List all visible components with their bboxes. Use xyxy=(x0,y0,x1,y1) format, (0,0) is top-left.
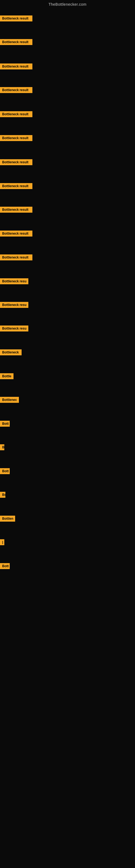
bottleneck-badge: Bottleneck result xyxy=(0,111,32,117)
site-title: TheBottlenecker.com xyxy=(0,0,135,8)
bottleneck-result-item[interactable]: | xyxy=(0,539,4,546)
bottleneck-result-item[interactable]: Bottleneck result xyxy=(0,16,32,23)
bottleneck-result-item[interactable]: Bo xyxy=(0,492,5,499)
bottleneck-badge: Bottleneck result xyxy=(0,87,32,93)
bottleneck-badge: Bottleneck resu xyxy=(0,326,28,332)
bottleneck-badge: Bottleneck result xyxy=(0,16,32,22)
bottleneck-badge: Bottle xyxy=(0,373,13,379)
bottleneck-badge: Bottleneck result xyxy=(0,135,32,141)
bottleneck-badge: Bottleneck result xyxy=(0,254,32,260)
bottleneck-result-item[interactable]: Bottleneck result xyxy=(0,63,32,70)
bottleneck-result-item[interactable]: Bottleneck result xyxy=(0,254,32,261)
bottleneck-result-item[interactable]: Bottleneck result xyxy=(0,183,32,190)
bottleneck-badge: Bott xyxy=(0,468,10,474)
bottleneck-result-item[interactable]: Bottleneck result xyxy=(0,87,32,94)
bottleneck-result-item[interactable]: B xyxy=(0,444,4,452)
bottleneck-badge: Bottlenec xyxy=(0,397,19,403)
bottleneck-result-item[interactable]: Bottleneck result xyxy=(0,159,32,166)
bottleneck-result-item[interactable]: Bottleneck resu xyxy=(0,278,28,285)
bottleneck-badge: Bottleneck result xyxy=(0,183,32,189)
bottleneck-result-item[interactable]: Bott xyxy=(0,468,10,475)
bottleneck-badge: Bott xyxy=(0,563,10,569)
bottleneck-badge: Bottleneck result xyxy=(0,207,32,213)
bottleneck-badge: Bottleneck result xyxy=(0,159,32,165)
bottleneck-result-item[interactable]: Bottlen xyxy=(0,516,15,523)
bottleneck-result-item[interactable]: Bottleneck xyxy=(0,349,21,356)
bottleneck-result-item[interactable]: Bottleneck result xyxy=(0,230,32,238)
bottleneck-badge: Bottleneck resu xyxy=(0,302,28,308)
bottleneck-result-item[interactable]: Bottle xyxy=(0,373,13,380)
bottleneck-badge: Bottleneck result xyxy=(0,230,32,237)
bottleneck-badge: Bottlen xyxy=(0,516,15,522)
bottleneck-badge: Bottleneck xyxy=(0,349,21,355)
bottleneck-result-item[interactable]: Bottlenec xyxy=(0,397,19,404)
bottleneck-badge: Bott xyxy=(0,421,10,427)
bottleneck-result-item[interactable]: Bottleneck result xyxy=(0,39,32,46)
bottleneck-result-item[interactable]: Bott xyxy=(0,563,10,570)
bottleneck-badge: Bo xyxy=(0,492,5,498)
bottleneck-badge: B xyxy=(0,444,4,450)
bottleneck-result-item[interactable]: Bottleneck resu xyxy=(0,302,28,309)
bottleneck-result-item[interactable]: Bott xyxy=(0,421,10,428)
bottleneck-badge: Bottleneck result xyxy=(0,63,32,69)
bottleneck-result-item[interactable]: Bottleneck resu xyxy=(0,326,28,333)
bottleneck-result-item[interactable]: Bottleneck result xyxy=(0,207,32,214)
bottleneck-badge: Bottleneck result xyxy=(0,39,32,45)
bottleneck-badge: | xyxy=(0,539,4,545)
bottleneck-badge: Bottleneck resu xyxy=(0,278,28,284)
bottleneck-result-item[interactable]: Bottleneck result xyxy=(0,111,32,118)
bottleneck-result-item[interactable]: Bottleneck result xyxy=(0,135,32,142)
